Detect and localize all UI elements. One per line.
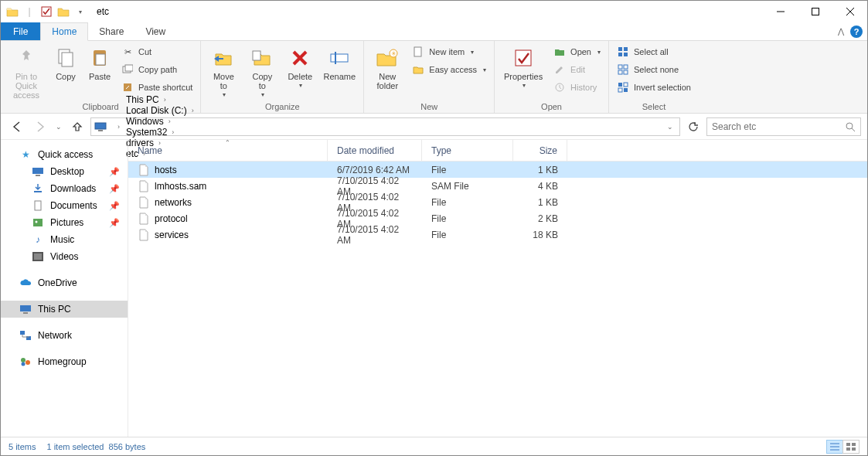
crumb-root-caret[interactable]: ›	[110, 123, 123, 131]
copy-path-button[interactable]: Copy path	[118, 62, 196, 77]
tab-share[interactable]: Share	[88, 22, 134, 40]
minimize-button[interactable]	[763, 1, 798, 22]
scissors-icon: ✂	[121, 46, 134, 58]
svg-rect-32	[618, 88, 622, 92]
file-size: 18 KB	[513, 230, 567, 240]
search-icon[interactable]	[845, 121, 856, 132]
breadcrumb-item[interactable]: Local Disk (C:)›	[123, 105, 197, 116]
svg-rect-6	[62, 53, 73, 66]
history-button[interactable]: History	[550, 80, 604, 95]
file-name: hosts	[155, 165, 177, 175]
svg-rect-22	[618, 47, 622, 51]
new-folder-icon: ✳	[375, 46, 400, 70]
nav-desktop[interactable]: Desktop📌	[1, 163, 128, 180]
svg-rect-42	[33, 219, 43, 226]
nav-pictures[interactable]: Pictures📌	[1, 214, 128, 231]
nav-this-pc[interactable]: This PC	[1, 301, 128, 318]
copy-to-icon	[250, 46, 274, 70]
search-input[interactable]	[712, 121, 845, 132]
file-size: 4 KB	[513, 181, 567, 192]
refresh-button[interactable]	[683, 118, 703, 135]
navigation-pane: ★Quick access Desktop📌 Downloads📌 Docume…	[1, 140, 128, 437]
svg-point-50	[21, 358, 26, 362]
select-none-button[interactable]: Select none	[614, 62, 694, 77]
nav-network[interactable]: Network	[1, 327, 128, 344]
file-row[interactable]: hosts 6/7/2019 6:42 AM File 1 KB	[128, 162, 867, 178]
nav-downloads[interactable]: Downloads📌	[1, 180, 128, 197]
tab-view[interactable]: View	[134, 22, 176, 40]
cut-button[interactable]: ✂Cut	[118, 44, 196, 60]
move-to-button[interactable]: Move to▾	[206, 43, 241, 99]
pin-quick-access-button[interactable]: Pin to Quick access	[5, 43, 47, 100]
paste-shortcut-button[interactable]: Paste shortcut	[118, 80, 196, 95]
file-row[interactable]: protocol 7/10/2015 4:02 AM File 2 KB	[128, 210, 867, 226]
view-details-button[interactable]	[826, 440, 843, 454]
tab-file[interactable]: File	[1, 22, 40, 40]
invert-selection-button[interactable]: Invert selection	[614, 80, 694, 95]
paste-button[interactable]: Paste	[84, 43, 115, 81]
nav-homegroup[interactable]: Homegroup	[1, 353, 128, 370]
easy-access-icon	[412, 63, 424, 76]
svg-rect-48	[20, 331, 25, 335]
nav-quick-access[interactable]: ★Quick access	[1, 146, 128, 163]
col-name[interactable]: Name⌃	[128, 140, 328, 161]
pin-icon: 📌	[109, 184, 120, 194]
forward-button[interactable]	[30, 117, 50, 137]
help-icon[interactable]: ?	[850, 26, 863, 38]
file-icon	[138, 180, 150, 192]
col-type[interactable]: Type	[422, 140, 513, 161]
easy-access-button[interactable]: Easy access▾	[409, 62, 489, 77]
nav-videos[interactable]: Videos	[1, 248, 128, 265]
file-row[interactable]: services 7/10/2015 4:02 AM File 18 KB	[128, 226, 867, 243]
col-size[interactable]: Size	[513, 140, 567, 161]
qat-properties-icon[interactable]	[38, 6, 55, 17]
new-folder-button[interactable]: ✳ New folder	[369, 43, 406, 90]
breadcrumb-bar[interactable]: › This PC›Local Disk (C:)›Windows›System…	[90, 117, 680, 136]
select-all-button[interactable]: Select all	[614, 44, 694, 60]
ribbon-collapse-icon[interactable]: ⋀	[838, 27, 844, 36]
view-large-button[interactable]	[842, 440, 859, 454]
delete-button[interactable]: Delete▾	[283, 43, 317, 90]
recent-dropdown[interactable]: ⌄	[53, 117, 64, 137]
qat-folder-icon[interactable]	[55, 6, 72, 17]
svg-point-43	[36, 221, 38, 223]
search-box[interactable]	[706, 117, 861, 136]
file-icon	[138, 229, 150, 241]
svg-rect-29	[624, 70, 628, 74]
copy-button[interactable]: Copy	[50, 43, 81, 81]
maximize-button[interactable]	[798, 1, 832, 22]
address-dropdown-icon[interactable]: ⌄	[664, 123, 676, 131]
svg-rect-47	[23, 312, 28, 314]
properties-button[interactable]: Properties▾	[499, 43, 547, 90]
back-button[interactable]	[7, 117, 27, 137]
rename-button[interactable]: Rename	[320, 43, 359, 81]
tab-home[interactable]: Home	[40, 22, 88, 41]
file-size: 2 KB	[513, 213, 567, 224]
open-button[interactable]: Open▾	[550, 44, 604, 60]
nav-onedrive[interactable]: OneDrive	[1, 274, 128, 291]
svg-rect-34	[95, 123, 106, 129]
svg-rect-41	[35, 201, 41, 210]
new-item-icon	[412, 46, 424, 58]
col-date[interactable]: Date modified	[328, 140, 422, 161]
copy-to-button[interactable]: Copy to▾	[244, 43, 280, 99]
up-button[interactable]	[67, 117, 87, 137]
breadcrumb-item[interactable]: System32›	[123, 127, 197, 138]
svg-rect-40	[34, 191, 42, 192]
breadcrumb-item[interactable]: This PC›	[123, 94, 197, 105]
nav-documents[interactable]: Documents📌	[1, 197, 128, 214]
ribbon-tabs: File Home Share View ⋀ ?	[1, 22, 867, 41]
pc-icon	[19, 303, 32, 315]
file-row[interactable]: networks 7/10/2015 4:02 AM File 1 KB	[128, 194, 867, 210]
copy-icon	[53, 46, 78, 70]
file-row[interactable]: lmhosts.sam 7/10/2015 4:02 AM SAM File 4…	[128, 178, 867, 194]
status-bar: 5 items 1 item selected 856 bytes	[1, 437, 867, 455]
chevron-down-icon: ▾	[597, 49, 601, 56]
new-item-button[interactable]: New item▾	[409, 44, 489, 60]
qat-dropdown-icon[interactable]: ▾	[72, 9, 89, 15]
breadcrumb-item[interactable]: Windows›	[123, 116, 197, 127]
open-icon	[553, 46, 566, 58]
edit-button[interactable]: Edit	[550, 62, 604, 77]
nav-music[interactable]: ♪Music	[1, 231, 128, 248]
close-button[interactable]	[832, 1, 867, 22]
